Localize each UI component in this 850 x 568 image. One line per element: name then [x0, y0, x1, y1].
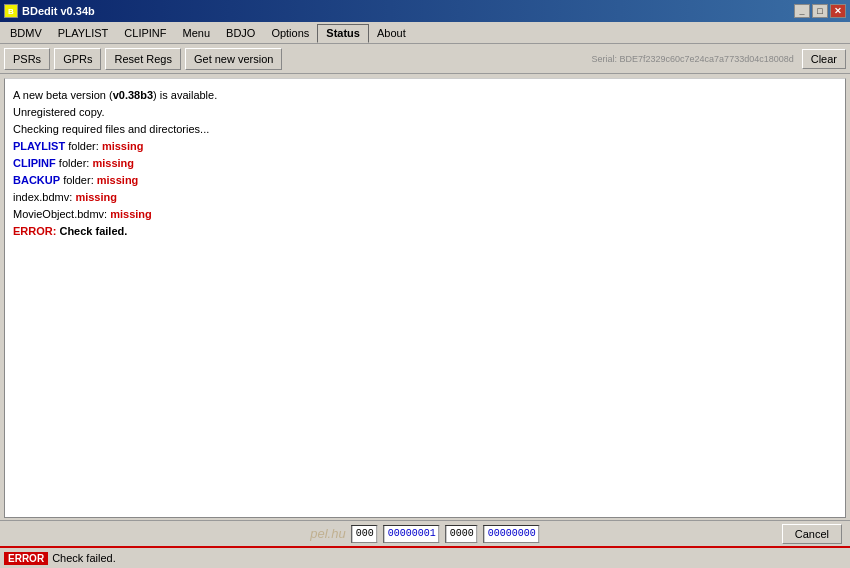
- menu-options[interactable]: Options: [263, 25, 317, 41]
- bottom-center: pel.hu 000 00000001 0000 00000000: [310, 525, 539, 543]
- menu-clipinf[interactable]: CLIPINF: [116, 25, 174, 41]
- menu-bar: BDMV PLAYLIST CLIPINF Menu BDJO Options …: [0, 22, 850, 44]
- toolbar-left: PSRs GPRs Reset Regs Get new version: [4, 48, 282, 70]
- clipinf-missing: missing: [92, 157, 134, 169]
- error-badge: ERROR: [4, 552, 48, 565]
- status-line-1: A new beta version (v0.38b3) is availabl…: [13, 87, 837, 104]
- error-bar-text: Check failed.: [52, 552, 116, 564]
- gprs-button[interactable]: GPRs: [54, 48, 101, 70]
- clear-button[interactable]: Clear: [802, 49, 846, 69]
- menu-playlist[interactable]: PLAYLIST: [50, 25, 117, 41]
- toolbar-right: Serial: BDE7f2329c60c7e24ca7a7733d04c180…: [592, 49, 846, 69]
- status-line-8: MovieObject.bdmv: missing: [13, 206, 837, 223]
- backup-label: BACKUP: [13, 174, 60, 186]
- maximize-button[interactable]: □: [812, 4, 828, 18]
- status-line-4: PLAYLIST folder: missing: [13, 138, 837, 155]
- app-icon: B: [4, 4, 18, 18]
- menu-status[interactable]: Status: [317, 24, 369, 43]
- counter-4: 00000000: [484, 525, 540, 543]
- menu-about[interactable]: About: [369, 25, 414, 41]
- cancel-button[interactable]: Cancel: [782, 524, 842, 544]
- window-controls: _ □ ✕: [794, 4, 846, 18]
- menu-bdmv[interactable]: BDMV: [2, 25, 50, 41]
- backup-missing: missing: [97, 174, 139, 186]
- status-line-2: Unregistered copy.: [13, 104, 837, 121]
- status-line-7: index.bdmv: missing: [13, 189, 837, 206]
- error-bar: ERROR Check failed.: [0, 546, 850, 568]
- index-missing: missing: [75, 191, 117, 203]
- serial-number: Serial: BDE7f2329c60c7e24ca7a7733d04c180…: [592, 54, 794, 64]
- status-line-5: CLIPINF folder: missing: [13, 155, 837, 172]
- menu-menu[interactable]: Menu: [175, 25, 219, 41]
- psrs-button[interactable]: PSRs: [4, 48, 50, 70]
- counter-3: 0000: [446, 525, 478, 543]
- close-button[interactable]: ✕: [830, 4, 846, 18]
- status-line-6: BACKUP folder: missing: [13, 172, 837, 189]
- watermark: pel.hu: [310, 526, 345, 541]
- toolbar: PSRs GPRs Reset Regs Get new version Ser…: [0, 44, 850, 74]
- error-label: ERROR:: [13, 225, 56, 237]
- bottom-bar: pel.hu 000 00000001 0000 00000000 Cancel: [0, 520, 850, 546]
- check-failed: Check failed.: [59, 225, 127, 237]
- status-line-9: ERROR: Check failed.: [13, 223, 837, 240]
- app-title: BDedit v0.34b: [22, 5, 95, 17]
- get-new-version-button[interactable]: Get new version: [185, 48, 282, 70]
- status-line-3: Checking required files and directories.…: [13, 121, 837, 138]
- counter-2: 00000001: [384, 525, 440, 543]
- minimize-button[interactable]: _: [794, 4, 810, 18]
- title-bar: B BDedit v0.34b _ □ ✕: [0, 0, 850, 22]
- main-content: A new beta version (v0.38b3) is availabl…: [4, 78, 846, 518]
- counter-1: 000: [352, 525, 378, 543]
- version-bold: v0.38b3: [113, 89, 153, 101]
- movieobject-missing: missing: [110, 208, 152, 220]
- menu-bdjo[interactable]: BDJO: [218, 25, 263, 41]
- reset-regs-button[interactable]: Reset Regs: [105, 48, 180, 70]
- playlist-missing: missing: [102, 140, 144, 152]
- clipinf-label: CLIPINF: [13, 157, 56, 169]
- playlist-label: PLAYLIST: [13, 140, 65, 152]
